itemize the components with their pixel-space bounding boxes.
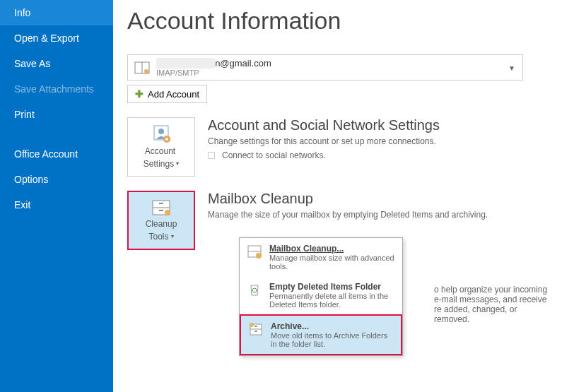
backstage-sidebar: Info Open & Export Save As Save Attachme…	[0, 0, 113, 392]
svg-point-4	[158, 129, 164, 134]
sidebar-item-print[interactable]: Print	[0, 102, 113, 127]
rules-desc-line1: o help organize your incoming e-mail mes…	[434, 285, 553, 304]
rules-desc-line2: re added, changed, or removed.	[434, 304, 553, 324]
sidebar-item-save-attachments: Save Attachments	[0, 76, 113, 102]
account-settings-section: Account Settings▾ Account and Social Net…	[127, 117, 553, 177]
menu-item-title: Mailbox Cleanup...	[269, 244, 395, 254]
svg-point-19	[250, 323, 254, 327]
svg-point-14	[256, 253, 262, 259]
mailbox-cleanup-heading: Mailbox Cleanup	[208, 191, 488, 207]
menu-item-desc: Manage mailbox size with advanced tools.	[269, 254, 395, 271]
account-protocol: IMAP/SMTP	[156, 69, 517, 77]
svg-rect-10	[159, 210, 163, 211]
account-dropdown[interactable]: redactednamen@gmail.com IMAP/SMTP ▼	[127, 54, 523, 81]
account-icon	[134, 59, 151, 76]
svg-point-6	[165, 138, 168, 141]
connect-social-link[interactable]: Connect to social networks.	[222, 150, 326, 160]
chevron-down-icon: ▾	[171, 233, 174, 240]
mailbox-cleanup-desc: Manage the size of your mailbox by empty…	[208, 210, 488, 220]
account-settings-desc: Change settings for this account or set …	[208, 136, 440, 146]
account-settings-label: Account	[145, 146, 177, 156]
main-panel: Account Information redactednamen@gmail.…	[113, 0, 574, 392]
chevron-down-icon: ▾	[176, 160, 179, 167]
menu-item-desc: Permanently delete all items in the Dele…	[269, 292, 395, 309]
cabinet-icon	[151, 199, 172, 216]
svg-rect-18	[254, 331, 257, 332]
svg-rect-17	[254, 326, 257, 327]
svg-rect-9	[159, 203, 163, 204]
page-title: Account Information	[127, 7, 553, 35]
menu-item-title: Empty Deleted Items Folder	[269, 282, 395, 292]
add-account-button[interactable]: ✚ Add Account	[127, 85, 207, 103]
account-settings-label2: Settings▾	[144, 159, 179, 169]
bullet-icon	[208, 152, 215, 159]
cleanup-tools-button[interactable]: Cleanup Tools▾	[127, 191, 195, 250]
menu-item-empty-deleted[interactable]: Empty Deleted Items Folder Permanently d…	[240, 276, 402, 314]
sidebar-item-save-as[interactable]: Save As	[0, 51, 113, 76]
recycle-bin-icon	[247, 282, 262, 297]
menu-item-mailbox-cleanup[interactable]: Mailbox Cleanup... Manage mailbox size w…	[240, 238, 402, 276]
svg-point-2	[144, 69, 148, 73]
sidebar-item-options[interactable]: Options	[0, 167, 113, 192]
chevron-down-icon: ▼	[508, 64, 515, 71]
menu-item-desc: Move old items to Archive Folders in the…	[271, 331, 394, 348]
menu-item-archive[interactable]: Archive... Move old items to Archive Fol…	[241, 316, 401, 354]
sidebar-item-office-account[interactable]: Office Account	[0, 141, 113, 167]
add-account-label: Add Account	[148, 89, 199, 100]
sidebar-item-info[interactable]: Info	[0, 0, 113, 25]
account-settings-button[interactable]: Account Settings▾	[127, 117, 195, 177]
svg-point-11	[165, 210, 170, 215]
cleanup-tools-label2: Tools▾	[148, 232, 173, 242]
cleanup-tools-menu: Mailbox Cleanup... Manage mailbox size w…	[239, 237, 403, 356]
cleanup-tools-label: Cleanup	[146, 219, 177, 229]
cabinet-icon	[247, 244, 262, 259]
user-gear-icon	[151, 125, 172, 143]
plus-icon: ✚	[135, 88, 144, 100]
sidebar-item-open-export[interactable]: Open & Export	[0, 25, 113, 51]
account-email: redactednamen@gmail.com	[156, 58, 517, 69]
menu-item-title: Archive...	[271, 321, 394, 331]
sidebar-item-exit[interactable]: Exit	[0, 192, 113, 218]
archive-icon	[248, 321, 264, 337]
account-settings-heading: Account and Social Network Settings	[208, 117, 440, 133]
